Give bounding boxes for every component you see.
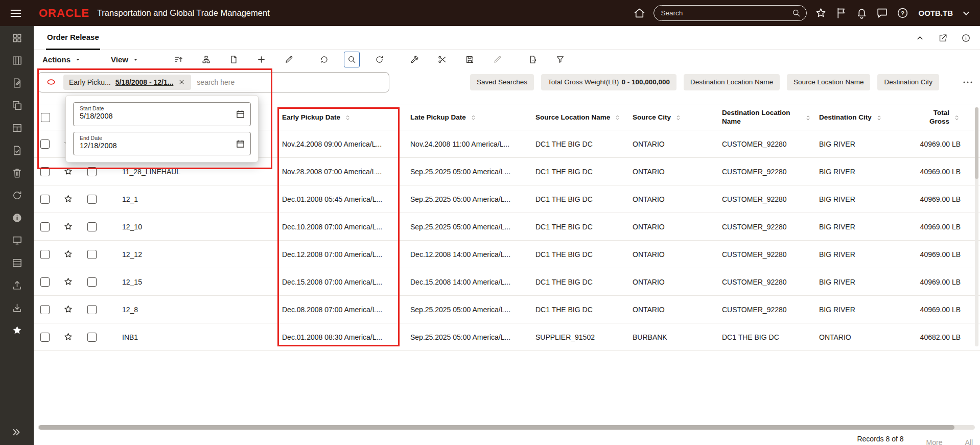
star-outline-icon[interactable] — [63, 249, 74, 260]
row-flag-checkbox[interactable] — [87, 250, 97, 259]
cell-order-release-id[interactable]: 12_12 — [104, 250, 278, 259]
filter-search-box[interactable]: Early Picku... 5/18/2008 - 12/1... — [38, 72, 389, 92]
row-flag-checkbox[interactable] — [87, 195, 97, 204]
row-checkbox[interactable] — [40, 277, 50, 287]
sort-icon[interactable] — [875, 114, 883, 122]
end-date-field[interactable]: End Date 12/18/2008 — [73, 132, 251, 156]
table-row[interactable]: 12_8Dec.08.2008 07:00 America/L...Sep.25… — [34, 296, 980, 323]
view-dropdown[interactable]: View — [111, 55, 139, 64]
layout-icon[interactable] — [11, 122, 23, 134]
more-options-ellipsis-icon[interactable] — [962, 76, 974, 88]
table-row[interactable]: 12_12Dec.12.2008 07:00 America/L...Dec.1… — [34, 241, 980, 268]
sort-icon[interactable] — [804, 114, 812, 122]
upload-icon[interactable] — [11, 279, 23, 291]
cut-icon[interactable] — [434, 52, 450, 67]
save-icon[interactable] — [462, 52, 478, 67]
filter-chip[interactable]: Total Gross Weight(LB)0 - 100,000,000 — [541, 74, 676, 90]
home-icon[interactable] — [633, 7, 646, 19]
refresh-icon[interactable] — [371, 52, 387, 67]
star-outline-icon[interactable] — [63, 332, 74, 342]
global-search-input[interactable] — [661, 9, 787, 17]
monitor-icon[interactable] — [11, 235, 23, 246]
filter-chip[interactable]: Destination City — [877, 74, 939, 90]
row-checkbox[interactable] — [40, 250, 50, 259]
row-flag-checkbox[interactable] — [87, 277, 97, 287]
actions-dropdown[interactable]: Actions — [42, 55, 81, 64]
flag-icon[interactable] — [835, 7, 848, 19]
horizontal-scrollbar-thumb[interactable] — [39, 425, 954, 430]
username[interactable]: OOTB.TB — [919, 9, 953, 17]
column-header-srcloc[interactable]: Source Location Name — [531, 113, 628, 122]
open-in-new-icon[interactable] — [938, 33, 948, 43]
search-icon[interactable] — [344, 52, 360, 67]
sort-icon[interactable] — [344, 114, 352, 122]
close-icon[interactable] — [178, 78, 185, 86]
column-header-total[interactable]: Total Gross — [915, 109, 980, 126]
row-flag-checkbox[interactable] — [87, 305, 97, 314]
notifications-bell-icon[interactable] — [855, 7, 868, 19]
data-rows-icon[interactable] — [11, 257, 23, 269]
document-edit-icon[interactable] — [11, 77, 23, 89]
collapse-chevron-up-icon[interactable] — [915, 33, 925, 43]
sort-icon[interactable] — [953, 114, 961, 122]
row-checkbox[interactable] — [40, 222, 50, 231]
chat-icon[interactable] — [876, 7, 889, 19]
star-outline-icon[interactable] — [63, 304, 74, 315]
row-checkbox[interactable] — [40, 167, 50, 176]
column-header-destcity[interactable]: Destination City — [815, 113, 915, 122]
more-link[interactable]: More — [926, 438, 943, 445]
user-chevron-down-icon[interactable] — [961, 8, 972, 19]
star-outline-icon[interactable] — [63, 276, 74, 287]
column-header-late[interactable]: Late Pickup Date — [406, 113, 531, 122]
filter-search-input[interactable] — [197, 78, 383, 86]
column-header-srccity[interactable]: Source City — [628, 113, 718, 122]
cell-order-release-id[interactable]: 12_8 — [104, 306, 278, 314]
dashboard-icon[interactable] — [11, 55, 23, 66]
table-row[interactable]: 12_10Dec.10.2008 07:00 America/L...Sep.2… — [34, 213, 980, 241]
filter-chip[interactable]: Destination Location Name — [684, 74, 780, 90]
saved-query-oval-icon[interactable] — [44, 77, 58, 87]
row-checkbox[interactable] — [40, 333, 50, 342]
star-outline-icon[interactable] — [63, 194, 74, 204]
info-filled-icon[interactable] — [11, 212, 23, 224]
cell-order-release-id[interactable]: 12_10 — [104, 223, 278, 231]
hamburger-menu-icon[interactable] — [9, 7, 22, 20]
calendar-icon[interactable] — [235, 138, 246, 149]
cell-order-release-id[interactable]: 12_15 — [104, 278, 278, 286]
sort-icon[interactable] — [614, 114, 621, 122]
start-date-value[interactable]: 5/18/2008 — [80, 112, 229, 120]
column-header-destloc[interactable]: Destination Location Name — [718, 109, 815, 126]
copy-icon[interactable] — [11, 100, 23, 111]
refresh-icon[interactable] — [11, 190, 23, 201]
start-date-field[interactable]: Start Date 5/18/2008 — [73, 102, 251, 126]
star-outline-icon[interactable] — [63, 166, 74, 177]
sort-icon[interactable] — [171, 52, 186, 67]
new-document-icon[interactable] — [226, 52, 242, 67]
cell-order-release-id[interactable]: 11_28_LINEHAUL — [104, 168, 278, 176]
filter-icon[interactable] — [552, 52, 568, 67]
calendar-icon[interactable] — [235, 109, 246, 120]
page-info-icon[interactable] — [961, 33, 971, 43]
tab-order-release[interactable]: Order Release — [46, 26, 100, 50]
add-icon[interactable] — [253, 52, 269, 67]
apps-grid-icon[interactable] — [11, 32, 23, 44]
sidebar-expand-icon[interactable] — [11, 427, 22, 438]
row-flag-checkbox[interactable] — [87, 333, 97, 342]
applied-filter-range[interactable]: 5/18/2008 - 12/1... — [115, 78, 174, 86]
reload-icon[interactable] — [316, 52, 332, 67]
edit-alt-icon[interactable] — [489, 52, 505, 67]
hierarchy-icon[interactable] — [198, 52, 214, 67]
favorites-star-icon[interactable] — [814, 7, 827, 19]
applied-filter-chip[interactable]: Early Picku... 5/18/2008 - 12/1... — [63, 75, 191, 90]
vertical-scrollbar-thumb[interactable] — [975, 107, 978, 179]
end-date-value[interactable]: 12/18/2008 — [80, 142, 229, 150]
table-row[interactable]: 12_15Dec.15.2008 07:00 America/L...Dec.1… — [34, 268, 980, 296]
cell-order-release-id[interactable]: INB1 — [104, 333, 278, 341]
filter-chip[interactable]: Source Location Name — [787, 74, 870, 90]
cell-order-release-id[interactable]: 12_1 — [104, 195, 278, 203]
row-checkbox[interactable] — [40, 305, 50, 314]
table-row[interactable]: INB1Dec.01.2008 08:30 America/L...Sep.25… — [34, 323, 980, 351]
sort-icon[interactable] — [674, 114, 682, 122]
help-icon[interactable]: ? — [896, 7, 909, 19]
download-icon[interactable] — [11, 302, 23, 314]
